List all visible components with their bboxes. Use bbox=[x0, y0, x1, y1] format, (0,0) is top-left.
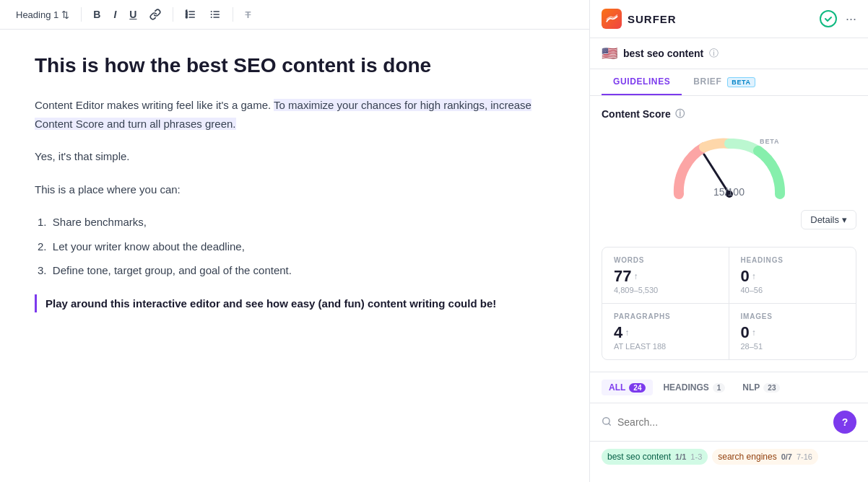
unordered-list-button[interactable] bbox=[205, 6, 225, 23]
keyword-chip-text: search engines bbox=[718, 452, 776, 462]
ordered-list-button[interactable]: 123 bbox=[181, 6, 201, 23]
stat-paragraphs: PARAGRAPHS 4 ↑ AT LEAST 188 bbox=[602, 304, 729, 359]
list-item: 1. Share benchmarks, bbox=[35, 213, 555, 232]
keywords-tabs: ALL 24 HEADINGS 1 NLP 23 bbox=[590, 372, 868, 403]
editor-paragraph-1: Content Editor makes writing feel like i… bbox=[35, 96, 555, 133]
link-button[interactable] bbox=[145, 6, 165, 23]
svg-point-9 bbox=[211, 11, 212, 12]
editor-paragraph-2: Yes, it's that simple. bbox=[35, 147, 555, 166]
keyword-chip-range: 1-3 bbox=[690, 452, 702, 461]
link-icon bbox=[149, 9, 161, 20]
stat-paragraphs-range: AT LEAST 188 bbox=[614, 342, 717, 351]
bold-button[interactable]: B bbox=[89, 6, 105, 23]
keyword-text: best seo content bbox=[623, 48, 703, 59]
ordered-list-icon: 123 bbox=[185, 9, 196, 20]
details-button[interactable]: Details ▾ bbox=[801, 210, 856, 229]
heading-select[interactable]: Heading 1 ⇅ bbox=[12, 6, 74, 23]
gauge-score: 15/100 bbox=[713, 181, 745, 200]
keyword-chip-text: best seo content bbox=[607, 452, 671, 462]
stat-words-range: 4,809–5,530 bbox=[614, 286, 717, 294]
stat-images-value: 0 ↑ bbox=[741, 323, 845, 342]
gauge-beta-label: BETA bbox=[760, 138, 779, 145]
keyword-chip-range: 7-16 bbox=[797, 452, 812, 461]
keyword-chip-search-engines[interactable]: search engines 0/7 7-16 bbox=[712, 449, 818, 465]
stat-images-arrow: ↑ bbox=[752, 328, 756, 338]
stat-headings-value: 0 ↑ bbox=[741, 267, 845, 286]
stat-headings-arrow: ↑ bbox=[752, 271, 756, 281]
stat-headings-label: HEADINGS bbox=[741, 256, 845, 264]
stat-paragraphs-value: 4 ↑ bbox=[614, 323, 717, 342]
clear-format-button[interactable]: T bbox=[240, 6, 255, 23]
keyword-chip-best-seo-content[interactable]: best seo content 1/1 1-3 bbox=[602, 449, 708, 465]
highlighted-text-1: To maximize your chances for high rankin… bbox=[35, 99, 531, 130]
keywords-list: best seo content 1/1 1-3 search engines … bbox=[590, 442, 868, 482]
keyword-bar: 🇺🇸 best seo content ⓘ bbox=[590, 38, 868, 69]
underline-button[interactable]: U bbox=[125, 6, 141, 23]
info-icon[interactable]: ⓘ bbox=[709, 47, 719, 60]
stat-words-arrow: ↑ bbox=[633, 271, 638, 281]
list-item: 2. Let your writer know about the deadli… bbox=[35, 237, 555, 256]
editor-content[interactable]: This is how the best SEO content is done… bbox=[0, 30, 589, 482]
search-icon bbox=[602, 416, 612, 429]
svg-line-15 bbox=[609, 423, 611, 425]
content-score-section: Content Score ⓘ BE bbox=[590, 96, 868, 372]
editor-panel: Heading 1 ⇅ B I U 123 T This is how the … bbox=[0, 0, 590, 482]
svg-point-11 bbox=[211, 17, 212, 18]
gauge-container: BETA 15/100 bbox=[602, 129, 856, 201]
chevron-down-icon: ▾ bbox=[842, 214, 847, 225]
content-score-info-icon[interactable]: ⓘ bbox=[675, 108, 685, 120]
kw-tab-headings[interactable]: HEADINGS 1 bbox=[656, 380, 732, 395]
svg-point-10 bbox=[211, 14, 212, 15]
help-button[interactable]: ? bbox=[833, 411, 856, 434]
tab-guidelines[interactable]: GUIDELINES bbox=[602, 69, 682, 95]
stat-words: WORDS 77 ↑ 4,809–5,530 bbox=[602, 247, 729, 304]
svg-text:3: 3 bbox=[186, 15, 188, 19]
editor-callout: Play around this interactive editor and … bbox=[35, 294, 555, 313]
editor-list: 1. Share benchmarks, 2. Let your writer … bbox=[35, 213, 555, 280]
kw-tab-nlp[interactable]: NLP 23 bbox=[735, 380, 787, 395]
stat-images-range: 28–51 bbox=[741, 342, 845, 351]
surfer-wave-icon bbox=[605, 12, 618, 25]
verified-icon bbox=[820, 10, 837, 27]
editor-heading: This is how the best SEO content is done bbox=[35, 53, 555, 79]
stat-words-value: 77 ↑ bbox=[614, 267, 717, 286]
toolbar: Heading 1 ⇅ B I U 123 T bbox=[0, 0, 589, 30]
sidebar-tabs: GUIDELINES BRIEF BETA bbox=[590, 69, 868, 96]
kw-badge-all: 24 bbox=[629, 383, 646, 393]
kw-tab-all[interactable]: ALL 24 bbox=[602, 380, 653, 395]
more-options-icon[interactable]: ··· bbox=[846, 12, 856, 27]
kw-badge-nlp: 23 bbox=[763, 383, 780, 393]
content-score-title: Content Score ⓘ bbox=[602, 108, 856, 120]
sidebar-header: SURFER ··· bbox=[590, 0, 868, 38]
stat-images: IMAGES 0 ↑ 28–51 bbox=[729, 304, 856, 359]
stats-grid: WORDS 77 ↑ 4,809–5,530 HEADINGS 0 ↑ 40–5… bbox=[602, 247, 856, 360]
toolbar-divider-3 bbox=[233, 7, 233, 22]
sidebar: SURFER ··· 🇺🇸 best seo content ⓘ GUIDELI… bbox=[590, 0, 868, 482]
stat-images-label: IMAGES bbox=[741, 312, 845, 320]
search-input[interactable] bbox=[617, 416, 828, 428]
keywords-section: ALL 24 HEADINGS 1 NLP 23 ? best seo cont… bbox=[590, 372, 868, 482]
stat-paragraphs-arrow: ↑ bbox=[625, 328, 629, 338]
tab-brief[interactable]: BRIEF BETA bbox=[682, 69, 766, 95]
stat-headings-range: 40–56 bbox=[741, 286, 845, 294]
stat-paragraphs-label: PARAGRAPHS bbox=[614, 312, 717, 320]
surfer-logo-text: SURFER bbox=[628, 13, 677, 25]
unordered-list-icon bbox=[209, 9, 221, 20]
surfer-logo-icon bbox=[602, 9, 622, 29]
gauge-wrapper: BETA 15/100 bbox=[664, 129, 794, 201]
stat-headings: HEADINGS 0 ↑ 40–56 bbox=[729, 247, 856, 304]
kw-badge-headings: 1 bbox=[713, 383, 726, 393]
editor-paragraph-3-intro: This is a place where you can: bbox=[35, 180, 555, 199]
chevron-up-down-icon: ⇅ bbox=[61, 9, 69, 20]
keyword-chip-count: 0/7 bbox=[781, 452, 792, 461]
toolbar-divider-1 bbox=[81, 7, 82, 22]
header-actions: ··· bbox=[820, 10, 856, 27]
heading-select-label: Heading 1 bbox=[16, 9, 58, 20]
beta-badge: BETA bbox=[727, 77, 755, 87]
surfer-logo: SURFER bbox=[602, 9, 677, 29]
toolbar-divider-2 bbox=[173, 7, 173, 22]
keyword-chip-count: 1/1 bbox=[675, 452, 686, 461]
list-item: 3. Define tone, target group, and goal o… bbox=[35, 261, 555, 280]
stat-words-label: WORDS bbox=[614, 256, 717, 264]
italic-button[interactable]: I bbox=[109, 6, 121, 23]
